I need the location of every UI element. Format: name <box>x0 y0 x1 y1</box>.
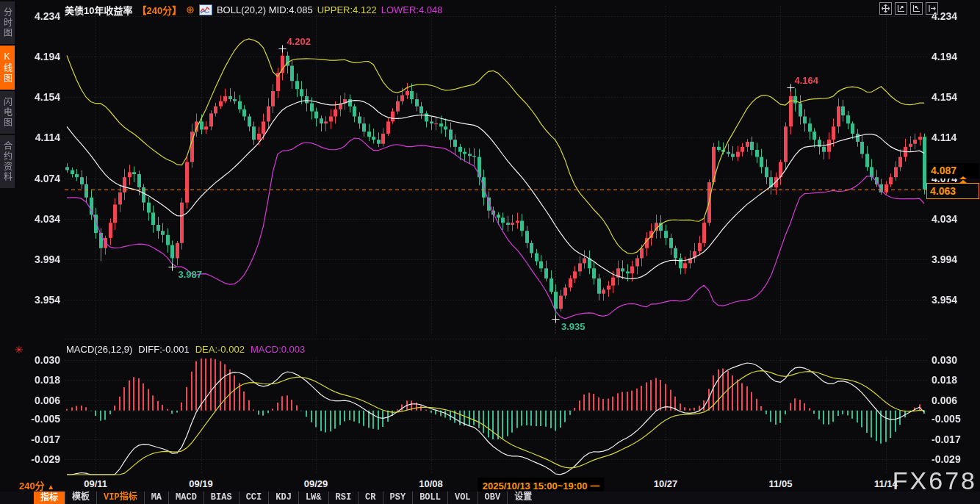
symbol-title: 美债10年收益率 <box>65 3 132 17</box>
y-axis-label: 3.954 <box>13 294 60 306</box>
y-axis-label: 4.114 <box>932 132 956 143</box>
y-axis-label: 4.194 <box>932 51 957 62</box>
y-axis-label: 4.154 <box>13 91 60 103</box>
boll-upper-label: UPPER:4.122 <box>317 4 377 15</box>
macd-header: MACD(26,12,9) DIFF:-0.001 DEA:-0.002 MAC… <box>66 344 305 355</box>
y-axis-label: 3.994 <box>13 253 60 265</box>
chart-toolbar-icons <box>879 2 938 15</box>
bottom-toolbar: 指标模板VIP指标MAMACDBIASCCIKDJLW&RSICRPSYBOLL… <box>0 492 980 504</box>
price-annotation: 4.164 <box>795 75 819 86</box>
x-axis-date: 09/11 <box>84 478 107 489</box>
macd-y-axis-label: 0.018 <box>932 374 957 386</box>
sidebar-item-contract-info[interactable]: 合约资料 <box>0 135 15 188</box>
macd-name-label: MACD(26,12,9) <box>66 344 132 355</box>
x-axis-date: 10/27 <box>654 478 678 489</box>
y-axis-label: 4.034 <box>13 213 60 225</box>
toolbar-item-vol[interactable]: VOL <box>447 492 478 504</box>
chart-header: 美债10年收益率 【240分】 ⊕ BOLL(20,2) MID:4.085 U… <box>65 3 442 16</box>
interval-selector[interactable]: 240分 ▲ <box>19 478 54 492</box>
y-axis-label: 4.194 <box>13 51 60 62</box>
toolbar-item-bias[interactable]: BIAS <box>203 492 239 504</box>
toolbar-item-cr[interactable]: CR <box>358 492 382 504</box>
y-axis-label: 4.074 <box>13 173 60 184</box>
macd-y-axis-label: 0.006 <box>13 395 60 406</box>
y-axis-label: 3.994 <box>932 253 957 265</box>
price-annotation: 3.987 <box>178 269 202 280</box>
macd-y-axis-label: 0.030 <box>932 354 957 366</box>
boll-lower-label: LOWER:4.048 <box>381 4 443 15</box>
interval-tag: 【240分】 <box>137 3 181 17</box>
macd-alert-icon[interactable]: ✳ <box>15 344 24 356</box>
price-annotation: 3.935 <box>561 321 586 332</box>
toolbar-item-template[interactable]: 模板 <box>65 492 96 504</box>
toolbar-item-cci[interactable]: CCI <box>239 492 269 504</box>
boll-label: BOLL(20,2) MID:4.085 <box>217 4 313 15</box>
pan-icon[interactable] <box>879 2 892 15</box>
price-annotation: 4.202 <box>287 36 311 47</box>
macd-diff-label: DIFF:-0.001 <box>138 344 189 355</box>
toolbar-item-obv[interactable]: OBV <box>478 492 508 504</box>
y-axis-label: 4.234 <box>13 10 60 22</box>
x-axis-date: 11/14 <box>874 478 898 489</box>
toolbar-item-indicator[interactable]: 指标 <box>34 492 65 504</box>
indicator-legend-icon <box>199 4 212 15</box>
chart-type-sidebar: 分时图K线图闪电图合约资料 <box>0 1 15 188</box>
toolbar-item-lw[interactable]: LW& <box>298 492 328 504</box>
macd-y-axis-label: -0.005 <box>13 413 60 425</box>
fit-axis-right-icon[interactable] <box>910 2 923 15</box>
toolbar-item-boll[interactable]: BOLL <box>412 492 447 504</box>
collapse-icon[interactable]: ⊕ <box>186 5 195 14</box>
toolbar-item-macd[interactable]: MACD <box>168 492 203 504</box>
last-close-badge: 4.087 <box>928 163 979 179</box>
macd-y-axis-label: -0.029 <box>932 453 961 465</box>
macd-y-axis-label: 0.030 <box>13 354 60 366</box>
toolbar-item-vip-indicator[interactable]: VIP指标 <box>96 492 144 504</box>
main-chart-canvas[interactable] <box>0 0 980 476</box>
toolbar-item-psy[interactable]: PSY <box>383 492 413 504</box>
macd-y-axis-label: -0.029 <box>13 453 60 465</box>
y-axis-label: 4.154 <box>932 91 957 103</box>
x-axis-date: 09/19 <box>189 478 213 489</box>
sidebar-item-time-chart[interactable]: 分时图 <box>0 1 15 44</box>
toolbar-item-rsi[interactable]: RSI <box>328 492 359 504</box>
y-axis-label: 4.114 <box>13 132 60 143</box>
y-axis-label: 3.954 <box>932 294 957 306</box>
x-axis-date: 11/05 <box>769 478 793 489</box>
x-axis-date: 10/08 <box>419 478 443 489</box>
y-axis-label: 4.034 <box>932 213 957 225</box>
price-alert-badge[interactable]: 4.063 <box>926 183 979 199</box>
macd-dea-label: DEA:-0.002 <box>195 344 245 355</box>
sidebar-item-flash-chart[interactable]: 闪电图 <box>0 91 15 134</box>
macd-y-axis-label: 0.006 <box>932 395 957 406</box>
fit-axis-left-icon[interactable] <box>895 2 907 15</box>
macd-y-axis-label: -0.017 <box>932 433 961 445</box>
crosshair-date-badge: 2025/10/13 15:00~19:00 一 <box>478 478 604 493</box>
alert-arrow-icon <box>959 176 967 183</box>
macd-y-axis-label: -0.005 <box>932 413 961 425</box>
toolbar-item-kdj[interactable]: KDJ <box>268 492 298 504</box>
macd-y-axis-label: 0.018 <box>13 374 60 386</box>
trading-terminal: 分时图K线图闪电图合约资料 美债10年收益率 【240分】 ⊕ BOLL(20,… <box>0 0 980 504</box>
sidebar-item-kline-chart[interactable]: K线图 <box>0 46 15 90</box>
macd-hist-label: MACD:0.003 <box>251 344 305 355</box>
macd-y-axis-label: -0.017 <box>13 433 60 445</box>
toolbar-item-settings[interactable]: 设置 <box>507 492 538 504</box>
pan-right-icon[interactable] <box>926 2 938 15</box>
toolbar-item-ma[interactable]: MA <box>144 492 168 504</box>
x-axis-date: 09/29 <box>304 478 328 489</box>
